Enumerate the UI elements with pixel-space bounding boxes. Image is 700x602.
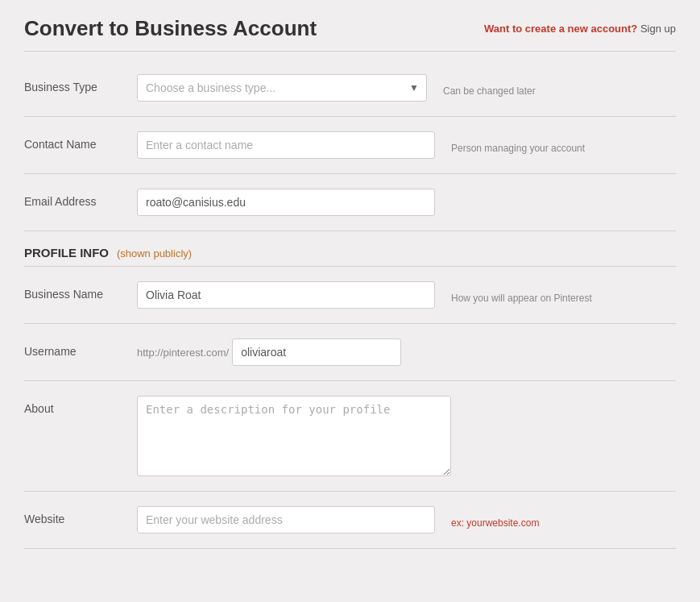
username-prefix: http://pinterest.com/ xyxy=(137,347,229,359)
contact-name-hint: Person managing your account xyxy=(451,136,585,154)
profile-section-title: PROFILE INFO xyxy=(24,246,109,259)
business-type-select[interactable]: Choose a business type... Blogger Brand … xyxy=(137,74,427,102)
page-wrapper: Convert to Business Account Want to crea… xyxy=(0,0,700,602)
about-textarea[interactable] xyxy=(137,396,451,476)
website-label: Website xyxy=(24,506,137,525)
website-input-area: ex: yourwebsite.com xyxy=(137,506,676,533)
contact-name-input-area: Person managing your account xyxy=(137,131,676,159)
business-name-input-area: How you will appear on Pinterest xyxy=(137,281,676,309)
contact-name-row: Contact Name Person managing your accoun… xyxy=(24,117,676,174)
email-address-input[interactable] xyxy=(137,189,435,216)
form-section: Business Type Choose a business type... … xyxy=(24,60,676,549)
contact-name-label: Contact Name xyxy=(24,131,137,151)
profile-info-header: PROFILE INFO (shown publicly) xyxy=(24,231,676,267)
profile-section-subtitle: (shown publicly) xyxy=(117,247,192,259)
email-address-label: Email Address xyxy=(24,189,137,208)
email-address-input-area xyxy=(137,189,676,216)
website-hint: ex: yourwebsite.com xyxy=(451,511,539,529)
business-name-hint: How you will appear on Pinterest xyxy=(451,286,592,304)
business-name-row: Business Name How you will appear on Pin… xyxy=(24,267,676,324)
website-row: Website ex: yourwebsite.com xyxy=(24,492,676,549)
business-type-label: Business Type xyxy=(24,74,137,93)
username-label: Username xyxy=(24,338,137,358)
signup-link[interactable]: Sign up xyxy=(640,23,676,35)
username-input[interactable] xyxy=(232,338,401,366)
about-input-area xyxy=(137,396,676,476)
header-right: Want to create a new account? Sign up xyxy=(484,23,676,35)
contact-name-input[interactable] xyxy=(137,131,435,159)
business-type-hint: Can be changed later xyxy=(443,79,536,97)
about-label: About xyxy=(24,396,137,415)
cta-text: Want to create a new account? xyxy=(484,23,637,35)
page-header: Convert to Business Account Want to crea… xyxy=(24,16,676,52)
email-address-row: Email Address xyxy=(24,174,676,231)
business-type-row: Business Type Choose a business type... … xyxy=(24,60,676,117)
page-title: Convert to Business Account xyxy=(24,16,317,41)
username-row: Username http://pinterest.com/ xyxy=(24,324,676,381)
website-input[interactable] xyxy=(137,506,435,533)
business-name-label: Business Name xyxy=(24,281,137,301)
username-input-area: http://pinterest.com/ xyxy=(137,338,676,366)
about-row: About xyxy=(24,381,676,492)
business-name-input[interactable] xyxy=(137,281,435,309)
business-type-input-area: Choose a business type... Blogger Brand … xyxy=(137,74,676,102)
business-type-select-wrapper: Choose a business type... Blogger Brand … xyxy=(137,74,427,102)
